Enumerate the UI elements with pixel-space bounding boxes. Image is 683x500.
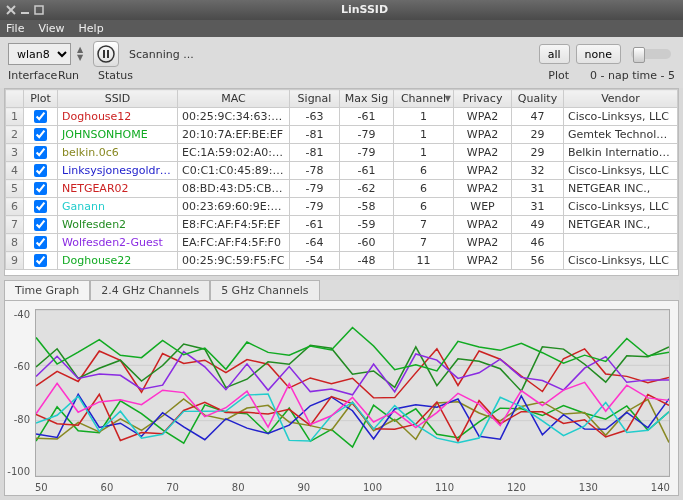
naptime-slider[interactable] [631, 49, 671, 59]
menu-view[interactable]: View [38, 22, 64, 35]
interface-select[interactable]: wlan8 [8, 43, 71, 65]
privacy-cell: WPA2 [454, 252, 512, 270]
table-row[interactable]: 7Wolfesden2E8:FC:AF:F4:5F:EF-61-597WPA24… [6, 216, 678, 234]
table-row[interactable]: 5NETGEAR0208:BD:43:D5:CB:03-79-626WPA231… [6, 180, 678, 198]
quality-cell: 47 [512, 108, 564, 126]
run-button[interactable] [93, 41, 119, 67]
signal-cell: -64 [290, 234, 340, 252]
privacy-cell: WPA2 [454, 126, 512, 144]
table-row[interactable]: 2JOHNSONHOME20:10:7A:EF:BE:EF-81-791WPA2… [6, 126, 678, 144]
label-status: Status [98, 69, 133, 82]
window-title: LinSSID [52, 3, 677, 16]
channel-cell: 7 [394, 234, 454, 252]
col-ssid[interactable]: SSID [58, 90, 178, 108]
signal-cell: -61 [290, 216, 340, 234]
signal-cell: -79 [290, 180, 340, 198]
plot-checkbox-cell[interactable] [24, 216, 58, 234]
quality-cell: 32 [512, 162, 564, 180]
mac-cell: C0:C1:C0:45:89:F8 [178, 162, 290, 180]
col-signal[interactable]: Signal [290, 90, 340, 108]
col-privacy[interactable]: Privacy [454, 90, 512, 108]
channel-cell: 1 [394, 144, 454, 162]
table-row[interactable]: 4LinksysjonesgoldrouterC0:C1:C0:45:89:F8… [6, 162, 678, 180]
plot-checkbox[interactable] [34, 146, 47, 159]
all-button[interactable]: all [539, 44, 570, 64]
ssid-cell: NETGEAR02 [58, 180, 178, 198]
privacy-cell: WPA2 [454, 162, 512, 180]
mac-cell: EA:FC:AF:F4:5F:F0 [178, 234, 290, 252]
plot-checkbox[interactable] [34, 110, 47, 123]
plot-checkbox-cell[interactable] [24, 144, 58, 162]
mac-cell: 20:10:7A:EF:BE:EF [178, 126, 290, 144]
col-plot[interactable]: Plot [24, 90, 58, 108]
col-mac[interactable]: MAC [178, 90, 290, 108]
privacy-cell: WPA2 [454, 234, 512, 252]
vendor-cell: Cisco-Linksys, LLC [564, 108, 678, 126]
none-button[interactable]: none [576, 44, 621, 64]
maxsig-cell: -48 [340, 252, 394, 270]
plot-checkbox[interactable] [34, 128, 47, 141]
vendor-cell: Gemtek Technology C... [564, 126, 678, 144]
row-number: 8 [6, 234, 24, 252]
label-run: Run [58, 69, 92, 82]
svg-rect-6 [107, 50, 109, 58]
mac-cell: E8:FC:AF:F4:5F:EF [178, 216, 290, 234]
close-icon[interactable] [6, 5, 16, 15]
row-number: 4 [6, 162, 24, 180]
col-rownum[interactable] [6, 90, 24, 108]
tab-24ghz[interactable]: 2.4 GHz Channels [90, 280, 210, 300]
maxsig-cell: -59 [340, 216, 394, 234]
label-plot: Plot [539, 69, 569, 82]
network-table: Plot SSID MAC Signal Max Sig Channel Pri… [4, 88, 679, 276]
maximize-icon[interactable] [34, 5, 44, 15]
chart-plot[interactable] [35, 309, 670, 477]
col-vendor[interactable]: Vendor [564, 90, 678, 108]
quality-cell: 29 [512, 144, 564, 162]
mac-cell: 00:25:9C:34:63:06 [178, 108, 290, 126]
privacy-cell: WPA2 [454, 108, 512, 126]
table-row[interactable]: 1Doghouse1200:25:9C:34:63:06-63-611WPA24… [6, 108, 678, 126]
plot-checkbox[interactable] [34, 218, 47, 231]
menu-file[interactable]: File [6, 22, 24, 35]
quality-cell: 31 [512, 180, 564, 198]
vendor-cell [564, 234, 678, 252]
table-row[interactable]: 8Wolfesden2-GuestEA:FC:AF:F4:5F:F0-64-60… [6, 234, 678, 252]
plot-checkbox-cell[interactable] [24, 180, 58, 198]
col-maxsig[interactable]: Max Sig [340, 90, 394, 108]
tab-5ghz[interactable]: 5 GHz Channels [210, 280, 319, 300]
channel-cell: 1 [394, 108, 454, 126]
row-number: 7 [6, 216, 24, 234]
minimize-icon[interactable] [20, 5, 30, 15]
vendor-cell: Cisco-Linksys, LLC [564, 252, 678, 270]
channel-cell: 6 [394, 180, 454, 198]
plot-checkbox[interactable] [34, 182, 47, 195]
plot-checkbox-cell[interactable] [24, 108, 58, 126]
plot-checkbox-cell[interactable] [24, 126, 58, 144]
tab-time-graph[interactable]: Time Graph [4, 280, 90, 300]
plot-checkbox-cell[interactable] [24, 252, 58, 270]
plot-checkbox[interactable] [34, 164, 47, 177]
stepper-icon[interactable]: ▲▼ [77, 43, 87, 65]
col-quality[interactable]: Quality [512, 90, 564, 108]
chart-area: -40-60-80-100 5060708090100110120130140 [4, 300, 679, 496]
vendor-cell: Cisco-Linksys, LLC [564, 198, 678, 216]
mac-cell: EC:1A:59:02:A0:C6 [178, 144, 290, 162]
channel-cell: 1 [394, 126, 454, 144]
plot-checkbox-cell[interactable] [24, 162, 58, 180]
col-channel[interactable]: Channel [394, 90, 454, 108]
plot-checkbox-cell[interactable] [24, 198, 58, 216]
ssid-cell: belkin.0c6 [58, 144, 178, 162]
plot-checkbox[interactable] [34, 254, 47, 267]
row-number: 6 [6, 198, 24, 216]
table-row[interactable]: 3belkin.0c6EC:1A:59:02:A0:C6-81-791WPA22… [6, 144, 678, 162]
maxsig-cell: -61 [340, 108, 394, 126]
table-row[interactable]: 9Doghouse2200:25:9C:59:F5:FC-54-4811WPA2… [6, 252, 678, 270]
menu-help[interactable]: Help [79, 22, 104, 35]
plot-checkbox[interactable] [34, 236, 47, 249]
quality-cell: 46 [512, 234, 564, 252]
ssid-cell: Doghouse22 [58, 252, 178, 270]
plot-checkbox-cell[interactable] [24, 234, 58, 252]
plot-checkbox[interactable] [34, 200, 47, 213]
table-row[interactable]: 6Ganann00:23:69:60:9E:DB-79-586WEP31Cisc… [6, 198, 678, 216]
svg-rect-3 [35, 6, 43, 14]
